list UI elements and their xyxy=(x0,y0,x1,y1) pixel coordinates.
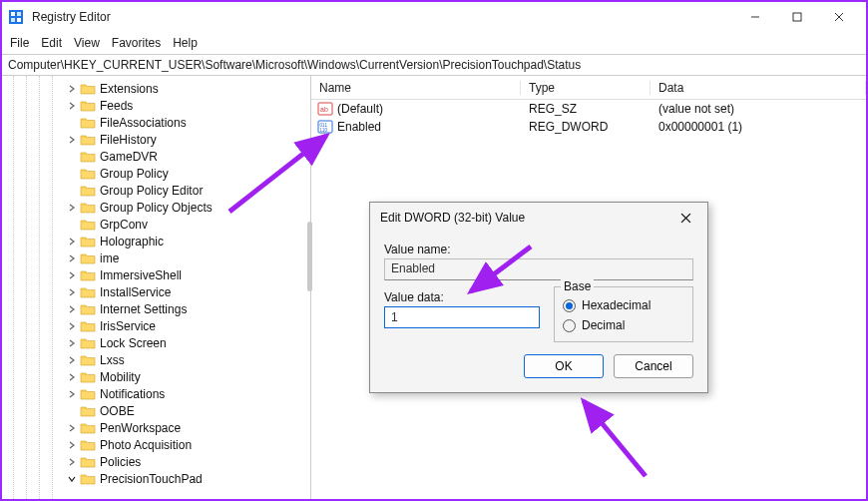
menubar: File Edit View Favorites Help xyxy=(2,32,866,54)
tree-item-label: Internet Settings xyxy=(100,302,187,316)
svg-rect-4 xyxy=(17,18,21,22)
chevron-right-icon[interactable] xyxy=(66,134,78,146)
chevron-right-icon[interactable] xyxy=(66,371,78,383)
chevron-right-icon[interactable] xyxy=(66,83,78,95)
chevron-none[interactable] xyxy=(66,219,78,231)
tree-item[interactable]: Notifications xyxy=(4,385,308,402)
tree-item[interactable]: ImmersiveShell xyxy=(4,266,308,283)
chevron-right-icon[interactable] xyxy=(66,202,78,214)
menu-favorites[interactable]: Favorites xyxy=(112,36,161,50)
cell-name: (Default) xyxy=(337,102,383,116)
chevron-right-icon[interactable] xyxy=(66,100,78,112)
chevron-none[interactable] xyxy=(66,168,78,180)
cell-name: Enabled xyxy=(337,120,381,134)
folder-icon xyxy=(80,201,96,215)
tree-item[interactable]: Group Policy Editor xyxy=(4,182,308,199)
tree-item[interactable]: FileAssociations xyxy=(4,114,308,131)
list-row[interactable]: ab(Default)REG_SZ(value not set) xyxy=(311,100,866,118)
chevron-none[interactable] xyxy=(66,117,78,129)
base-legend: Base xyxy=(561,279,594,293)
folder-icon xyxy=(80,421,96,435)
address-bar[interactable]: Computer\HKEY_CURRENT_USER\Software\Micr… xyxy=(2,54,866,76)
menu-edit[interactable]: Edit xyxy=(41,36,62,50)
svg-text:110: 110 xyxy=(320,128,328,133)
tree-item[interactable]: Policies xyxy=(4,453,308,470)
chevron-right-icon[interactable] xyxy=(66,269,78,281)
tree-item[interactable]: Feeds xyxy=(4,97,308,114)
tree-item[interactable]: Photo Acquisition xyxy=(4,436,308,453)
tree-item-label: Group Policy Editor xyxy=(100,184,203,198)
address-text: Computer\HKEY_CURRENT_USER\Software\Micr… xyxy=(8,58,581,72)
ok-button[interactable]: OK xyxy=(524,354,604,378)
tree-item-label: OOBE xyxy=(100,404,135,418)
chevron-right-icon[interactable] xyxy=(66,354,78,366)
dialog-titlebar[interactable]: Edit DWORD (32-bit) Value xyxy=(370,203,707,233)
tree-item[interactable]: OOBE xyxy=(4,402,308,419)
maximize-button[interactable] xyxy=(776,3,818,31)
chevron-right-icon[interactable] xyxy=(66,439,78,451)
tree-item[interactable]: ime xyxy=(4,250,308,266)
close-button[interactable] xyxy=(818,3,860,31)
tree-item[interactable]: Mobility xyxy=(4,368,308,385)
chevron-right-icon[interactable] xyxy=(66,252,78,264)
chevron-right-icon[interactable] xyxy=(66,303,78,315)
radio-decimal[interactable]: Decimal xyxy=(563,315,684,335)
tree-item[interactable]: FileHistory xyxy=(4,131,308,148)
col-header-type[interactable]: Type xyxy=(521,81,651,95)
value-name-field[interactable]: Enabled xyxy=(384,258,693,280)
menu-view[interactable]: View xyxy=(74,36,100,50)
tree-item[interactable]: Internet Settings xyxy=(4,300,308,317)
chevron-right-icon[interactable] xyxy=(66,388,78,400)
tree-item-label: InstallService xyxy=(100,285,171,299)
radio-hexadecimal[interactable]: Hexadecimal xyxy=(563,295,684,315)
cancel-button[interactable]: Cancel xyxy=(614,354,693,378)
tree-item[interactable]: Holographic xyxy=(4,233,308,250)
chevron-right-icon[interactable] xyxy=(66,456,78,468)
chevron-none[interactable] xyxy=(66,185,78,197)
svg-rect-3 xyxy=(11,18,15,22)
chevron-right-icon[interactable] xyxy=(66,236,78,248)
tree-item[interactable]: PrecisionTouchPad xyxy=(4,470,308,487)
menu-file[interactable]: File xyxy=(10,36,29,50)
chevron-right-icon[interactable] xyxy=(66,320,78,332)
chevron-down-icon[interactable] xyxy=(66,473,78,485)
col-header-data[interactable]: Data xyxy=(651,81,866,95)
tree-item-label: Policies xyxy=(100,455,141,469)
cell-data: 0x00000001 (1) xyxy=(651,120,866,134)
folder-icon xyxy=(80,370,96,384)
list-row[interactable]: 011110EnabledREG_DWORD0x00000001 (1) xyxy=(311,118,866,136)
folder-icon xyxy=(80,218,96,232)
tree-item[interactable]: GameDVR xyxy=(4,148,308,165)
folder-icon xyxy=(80,438,96,452)
folder-icon xyxy=(80,184,96,198)
tree-item[interactable]: Group Policy Objects xyxy=(4,199,308,216)
col-header-name[interactable]: Name xyxy=(311,81,521,95)
tree-item[interactable]: Lock Screen xyxy=(4,334,308,351)
chevron-right-icon[interactable] xyxy=(66,337,78,349)
tree-item-label: FileAssociations xyxy=(100,116,187,130)
dialog-close-button[interactable] xyxy=(673,206,697,230)
chevron-right-icon[interactable] xyxy=(66,422,78,434)
folder-icon xyxy=(80,251,96,265)
splitter-grip[interactable] xyxy=(307,222,312,291)
tree-item[interactable]: Lxss xyxy=(4,351,308,368)
value-data-input[interactable] xyxy=(384,306,540,328)
tree-item[interactable]: InstallService xyxy=(4,283,308,300)
tree-item-label: Extensions xyxy=(100,82,159,96)
tree-item[interactable]: PenWorkspace xyxy=(4,419,308,436)
tree-panel[interactable]: ExtensionsFeedsFileAssociationsFileHisto… xyxy=(2,76,311,499)
value-name-label: Value name: xyxy=(384,243,693,256)
chevron-none[interactable] xyxy=(66,151,78,163)
chevron-right-icon[interactable] xyxy=(66,286,78,298)
reg-string-icon: ab xyxy=(317,101,333,117)
tree-item[interactable]: Group Policy xyxy=(4,165,308,182)
tree-item[interactable]: GrpConv xyxy=(4,216,308,233)
tree-item[interactable]: Extensions xyxy=(4,80,308,97)
folder-icon xyxy=(80,472,96,486)
menu-help[interactable]: Help xyxy=(173,36,198,50)
folder-icon xyxy=(80,404,96,418)
tree-item[interactable]: IrisService xyxy=(4,317,308,334)
minimize-button[interactable] xyxy=(734,3,776,31)
window-title: Registry Editor xyxy=(32,10,734,24)
chevron-none[interactable] xyxy=(66,405,78,417)
